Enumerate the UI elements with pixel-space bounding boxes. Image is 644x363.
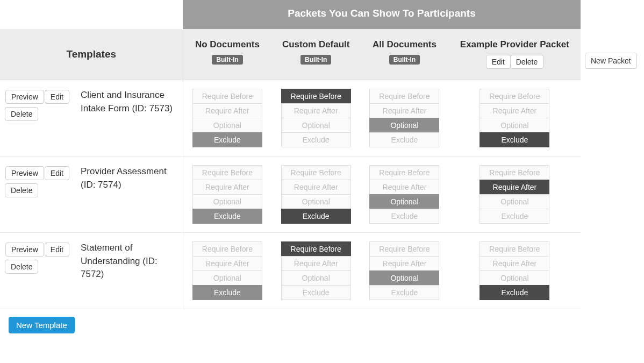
option-require-before[interactable]: Require Before — [369, 89, 439, 104]
option-exclude[interactable]: Exclude — [480, 209, 549, 224]
packet-title: Example Provider Packet — [454, 39, 575, 51]
packets-grid: Packets You Can Show To Participants Tem… — [0, 0, 581, 341]
delete-button[interactable]: Delete — [5, 107, 38, 121]
packet-header: Custom DefaultBuilt-In — [271, 29, 360, 80]
option-optional[interactable]: Optional — [480, 118, 549, 133]
option-require-after[interactable]: Require After — [369, 180, 439, 195]
option-exclude[interactable]: Exclude — [192, 209, 262, 224]
delete-button[interactable]: Delete — [5, 183, 38, 197]
option-optional[interactable]: Optional — [281, 118, 351, 133]
option-require-after[interactable]: Require After — [192, 180, 262, 195]
option-require-after[interactable]: Require After — [192, 256, 262, 271]
option-require-after[interactable]: Require After — [369, 103, 439, 118]
option-optional[interactable]: Optional — [480, 194, 549, 209]
packet-header: Example Provider PacketEditDelete — [449, 29, 581, 80]
option-optional[interactable]: Optional — [369, 194, 439, 209]
option-optional[interactable]: Optional — [281, 194, 351, 209]
option-require-after[interactable]: Require After — [281, 103, 351, 118]
template-row: PreviewEditDeleteClient and Insurance In… — [0, 80, 581, 156]
option-exclude[interactable]: Exclude — [281, 209, 351, 224]
option-exclude[interactable]: Exclude — [281, 285, 351, 300]
edit-button[interactable]: Edit — [45, 243, 69, 257]
option-require-before[interactable]: Require Before — [192, 89, 262, 104]
builtin-badge: Built-In — [389, 55, 420, 65]
preview-button[interactable]: Preview — [5, 90, 44, 104]
packet-title: Custom Default — [277, 39, 355, 51]
packet-title: All Documents — [366, 39, 443, 51]
option-optional[interactable]: Optional — [192, 118, 262, 133]
packet-title: No Documents — [189, 39, 267, 51]
option-require-before[interactable]: Require Before — [281, 241, 351, 257]
template-row: PreviewEditDeleteProvider Assessment (ID… — [0, 156, 581, 233]
option-optional[interactable]: Optional — [369, 271, 439, 286]
option-optional[interactable]: Optional — [192, 194, 262, 209]
option-optional[interactable]: Optional — [480, 271, 549, 286]
edit-button[interactable]: Edit — [45, 166, 69, 180]
option-require-after[interactable]: Require After — [281, 180, 351, 195]
option-require-before[interactable]: Require Before — [480, 165, 549, 180]
template-title: Provider Assessment (ID: 7574) — [75, 156, 183, 233]
option-require-before[interactable]: Require Before — [192, 241, 262, 257]
builtin-badge: Built-In — [300, 55, 331, 65]
packet-header: No DocumentsBuilt-In — [183, 29, 271, 80]
packet-edit-button[interactable]: Edit — [486, 55, 511, 69]
preview-button[interactable]: Preview — [5, 166, 44, 180]
option-exclude[interactable]: Exclude — [480, 285, 549, 300]
templates-header: Templates — [0, 29, 183, 80]
builtin-badge: Built-In — [212, 55, 242, 65]
template-title: Client and Insurance Intake Form (ID: 75… — [75, 80, 183, 156]
option-require-after[interactable]: Require After — [480, 180, 549, 195]
option-require-before[interactable]: Require Before — [192, 165, 262, 180]
option-require-before[interactable]: Require Before — [281, 89, 351, 104]
template-title: Statement of Understanding (ID: 7572) — [75, 233, 183, 309]
packet-delete-button[interactable]: Delete — [510, 55, 543, 69]
option-require-after[interactable]: Require After — [281, 256, 351, 271]
new-template-button[interactable]: New Template — [9, 317, 75, 333]
option-require-after[interactable]: Require After — [192, 103, 262, 118]
option-require-before[interactable]: Require Before — [480, 241, 549, 257]
option-require-after[interactable]: Require After — [480, 256, 549, 271]
option-exclude[interactable]: Exclude — [192, 285, 262, 300]
option-optional[interactable]: Optional — [369, 118, 439, 133]
option-optional[interactable]: Optional — [281, 271, 351, 286]
option-require-before[interactable]: Require Before — [369, 165, 439, 180]
packet-header: All DocumentsBuilt-In — [360, 29, 449, 80]
option-require-before[interactable]: Require Before — [369, 241, 439, 257]
option-exclude[interactable]: Exclude — [369, 285, 439, 300]
new-packet-button[interactable]: New Packet — [585, 53, 637, 69]
option-exclude[interactable]: Exclude — [192, 132, 262, 147]
option-optional[interactable]: Optional — [192, 271, 262, 286]
option-require-after[interactable]: Require After — [369, 256, 439, 271]
preview-button[interactable]: Preview — [5, 243, 44, 257]
option-require-before[interactable]: Require Before — [281, 165, 351, 180]
banner-header: Packets You Can Show To Participants — [183, 0, 581, 29]
option-require-after[interactable]: Require After — [480, 103, 549, 118]
template-row: PreviewEditDeleteStatement of Understand… — [0, 233, 581, 309]
option-exclude[interactable]: Exclude — [480, 132, 549, 147]
edit-button[interactable]: Edit — [45, 90, 69, 104]
option-require-before[interactable]: Require Before — [480, 89, 549, 104]
option-exclude[interactable]: Exclude — [281, 132, 351, 147]
delete-button[interactable]: Delete — [5, 260, 38, 274]
option-exclude[interactable]: Exclude — [369, 132, 439, 147]
option-exclude[interactable]: Exclude — [369, 209, 439, 224]
